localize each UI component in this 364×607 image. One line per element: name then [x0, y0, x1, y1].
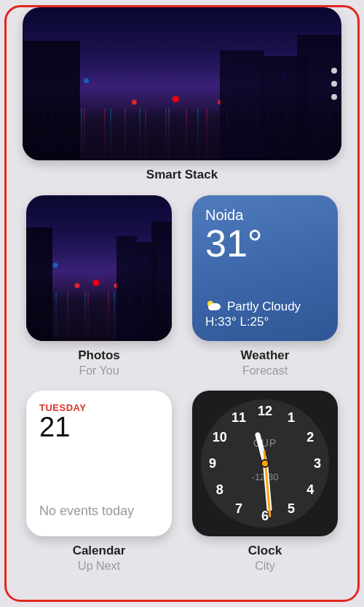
- clock-numeral: 8: [216, 482, 223, 498]
- smartstack-title: Smart Stack: [146, 168, 218, 182]
- clock-numeral: 10: [213, 430, 227, 445]
- smartstack-widget[interactable]: [23, 7, 341, 160]
- weather-condition: Partly Cloudy: [227, 299, 301, 314]
- svg-point-2: [208, 305, 215, 310]
- weather-subtitle: Forecast: [242, 364, 288, 377]
- weather-city: Noida: [205, 207, 325, 224]
- clock-numeral: 3: [314, 456, 321, 471]
- photos-title: Photos: [78, 348, 120, 363]
- clock-numeral: 9: [209, 456, 216, 471]
- clock-numeral: 12: [258, 404, 272, 419]
- clock-numeral: 1: [288, 410, 295, 426]
- clock-numeral: 11: [232, 410, 246, 426]
- clock-widget[interactable]: CUP -12:30 121234567891011: [192, 391, 338, 536]
- weather-title: Weather: [241, 348, 290, 363]
- clock-cap: [261, 459, 269, 468]
- weather-block: Noida 31° Partly Cloudy H:33° L:25° Weat…: [192, 195, 338, 377]
- clock-numeral: 4: [306, 482, 314, 498]
- clock-numeral: 2: [306, 430, 314, 445]
- weather-hilo: H:33° L:25°: [205, 315, 325, 329]
- clock-block: CUP -12:30 121234567891011 Clock City: [192, 391, 338, 573]
- photos-subtitle: For You: [79, 364, 119, 377]
- clock-numeral: 6: [261, 509, 269, 524]
- clock-numeral: 5: [288, 501, 295, 517]
- smartstack-block: Smart Stack: [23, 7, 341, 182]
- clock-numeral: 7: [235, 501, 242, 517]
- photos-block: Photos For You: [26, 195, 172, 377]
- pager-dot: [331, 68, 337, 74]
- clock-title: Clock: [248, 544, 282, 558]
- clock-subtitle: City: [255, 560, 275, 573]
- calendar-widget[interactable]: TUESDAY 21 No events today: [26, 391, 172, 536]
- pager-dot: [331, 81, 337, 87]
- smartstack-pager[interactable]: [331, 68, 337, 100]
- widget-gallery: Smart Stack Photos For You Noida 31°: [7, 7, 357, 573]
- calendar-dom: 21: [39, 412, 159, 443]
- city-photo: [26, 195, 172, 341]
- calendar-title: Calendar: [73, 544, 126, 558]
- calendar-subtitle: Up Next: [78, 560, 120, 573]
- calendar-msg: No events today: [39, 504, 159, 525]
- photos-widget[interactable]: [26, 195, 172, 341]
- pager-dot: [331, 94, 337, 100]
- city-photo: [23, 7, 341, 160]
- partly-cloudy-icon: [205, 299, 221, 315]
- weather-temp: 31°: [205, 224, 325, 264]
- calendar-block: TUESDAY 21 No events today Calendar Up N…: [26, 391, 172, 573]
- weather-widget[interactable]: Noida 31° Partly Cloudy H:33° L:25°: [192, 195, 338, 341]
- clock-face: CUP -12:30 121234567891011: [201, 399, 329, 528]
